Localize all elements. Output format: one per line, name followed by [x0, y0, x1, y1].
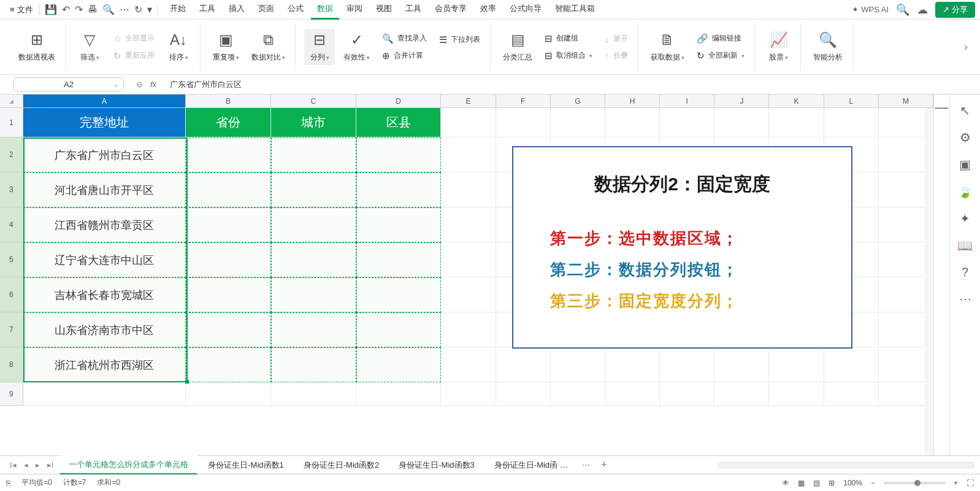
save-icon[interactable]: 💾	[45, 4, 57, 15]
tab-efficiency[interactable]: 效率	[474, 0, 502, 20]
cell-H1[interactable]	[605, 108, 660, 137]
cell-B2[interactable]	[186, 137, 271, 172]
cell-B4[interactable]	[186, 207, 271, 242]
cell-A2[interactable]: 广东省广州市白云区	[23, 137, 186, 172]
reapply-button[interactable]: ↻重新应用	[110, 48, 158, 63]
cell-I8[interactable]	[660, 347, 714, 382]
row-header-9[interactable]: 9	[0, 382, 23, 406]
cell-E4[interactable]	[441, 207, 496, 242]
col-header-G[interactable]: G	[551, 95, 605, 107]
sheet-tab-2[interactable]: 身份证生日-Mid函数2	[294, 456, 389, 474]
row-header-6[interactable]: 6	[0, 277, 23, 312]
tab-member[interactable]: 会员专享	[429, 0, 473, 20]
qat-dropdown-icon[interactable]: ▾	[147, 4, 152, 15]
cell-A8[interactable]: 浙江省杭州市西湖区	[23, 347, 186, 382]
cell-D4[interactable]	[356, 207, 442, 242]
duplicates-button[interactable]: ▣ 重复项▾	[209, 29, 243, 65]
zoom-value[interactable]: 100%	[843, 479, 862, 487]
pivot-table-button[interactable]: ⊞ 数据透视表	[15, 29, 59, 65]
stocks-button[interactable]: 📈 股票▾	[764, 29, 794, 65]
cell-J1[interactable]	[714, 108, 769, 137]
cell-C9[interactable]	[271, 382, 356, 406]
layers-icon[interactable]: ▣	[959, 157, 971, 172]
validity-button[interactable]: ✓ 有效性▾	[340, 29, 373, 65]
sheet-tab-1[interactable]: 身份证生日-Mid函数1	[199, 456, 293, 474]
tab-tools1[interactable]: 工具	[193, 0, 221, 20]
split-columns-button[interactable]: ⊟ 分列▾	[304, 29, 335, 65]
preview-icon[interactable]: 🔍	[102, 4, 115, 15]
cell-B1[interactable]: 省份	[186, 108, 271, 137]
redo-icon[interactable]: ↷	[75, 4, 83, 15]
cell-L1[interactable]	[824, 108, 879, 137]
row-header-4[interactable]: 4	[0, 207, 23, 242]
row-header-3[interactable]: 3	[0, 172, 23, 207]
tab-nav-next-icon[interactable]: ▸	[36, 460, 40, 470]
tab-insert[interactable]: 插入	[223, 0, 251, 20]
cell-J9[interactable]	[714, 382, 769, 406]
name-box[interactable]: A2 ⌄	[13, 77, 124, 91]
book-icon[interactable]: 📖	[957, 238, 973, 253]
col-header-M[interactable]: M	[879, 95, 933, 107]
cell-D1[interactable]: 区县	[356, 108, 442, 137]
qat-redo2-icon[interactable]: ↻	[134, 4, 142, 15]
cell-D3[interactable]	[356, 172, 442, 207]
cell-B7[interactable]	[186, 312, 271, 347]
row-header-1[interactable]: 1	[0, 108, 23, 137]
zoom-out-icon[interactable]: −	[871, 479, 875, 487]
cell-A5[interactable]: 辽宁省大连市中山区	[23, 242, 186, 277]
cell-F1[interactable]	[496, 108, 551, 137]
add-sheet-icon[interactable]: +	[595, 458, 614, 471]
tab-data[interactable]: 数据	[311, 0, 339, 20]
cell-F8[interactable]	[496, 347, 551, 382]
sort-button[interactable]: A↓ 排序▾	[163, 29, 194, 65]
cell-C3[interactable]	[271, 172, 356, 207]
fullscreen-icon[interactable]: ⛶	[967, 479, 974, 487]
cell-C4[interactable]	[271, 207, 356, 242]
tab-view[interactable]: 视图	[370, 0, 398, 20]
col-header-C[interactable]: C	[271, 95, 356, 107]
consolidate-button[interactable]: ⊕合并计算	[378, 48, 431, 63]
edit-links-button[interactable]: 🔗编辑链接	[693, 31, 748, 46]
tab-page[interactable]: 页面	[252, 0, 280, 20]
expand-button[interactable]: ↓展开	[601, 32, 632, 46]
share-button[interactable]: ↗ 分享	[935, 2, 975, 18]
tab-smart-toolbox[interactable]: 智能工具箱	[549, 0, 601, 20]
select-tool-icon[interactable]: ↖	[960, 103, 970, 118]
smart-analysis-button[interactable]: 🔍 智能分析	[810, 29, 846, 65]
cell-H8[interactable]	[605, 347, 660, 382]
sheet-tab-3[interactable]: 身份证生日-Mid函数3	[389, 456, 484, 474]
view-mode-eye-icon[interactable]: 👁	[782, 479, 789, 487]
subtotal-button[interactable]: ▤ 分类汇总	[499, 29, 536, 65]
data-compare-button[interactable]: ⧉ 数据对比▾	[248, 29, 289, 65]
cell-E9[interactable]	[441, 382, 496, 406]
row-header-7[interactable]: 7	[0, 312, 23, 347]
cell-F9[interactable]	[496, 382, 551, 406]
col-header-A[interactable]: A	[23, 95, 186, 107]
cell-D9[interactable]	[356, 382, 442, 406]
col-header-F[interactable]: F	[496, 95, 551, 107]
cell-K1[interactable]	[769, 108, 824, 137]
view-mode-grid-icon[interactable]: ▦	[798, 479, 805, 487]
cloud-icon[interactable]: ☁	[917, 3, 928, 17]
tab-formula[interactable]: 公式	[281, 0, 310, 20]
cell-L9[interactable]	[824, 382, 879, 406]
cell-A6[interactable]: 吉林省长春市宽城区	[23, 277, 186, 312]
file-menu[interactable]: ≡ 文件	[5, 2, 38, 18]
cell-B3[interactable]	[186, 172, 271, 207]
filter-button[interactable]: ▽ 筛选▾	[74, 29, 105, 65]
cell-B8[interactable]	[186, 347, 271, 382]
cell-A1[interactable]: 完整地址	[23, 108, 186, 137]
cell-A9[interactable]	[23, 382, 186, 406]
group-button[interactable]: ⊟创建组	[541, 31, 596, 46]
cell-A7[interactable]: 山东省济南市市中区	[23, 312, 186, 347]
cell-J8[interactable]	[714, 347, 769, 382]
col-header-D[interactable]: D	[356, 95, 442, 107]
cell-K8[interactable]	[769, 347, 824, 382]
cell-C5[interactable]	[271, 242, 356, 277]
ungroup-button[interactable]: ⊟取消组合▾	[541, 48, 596, 63]
col-header-H[interactable]: H	[605, 95, 660, 107]
tab-start[interactable]: 开始	[164, 0, 192, 20]
help-icon[interactable]: ?	[962, 265, 968, 279]
wps-ai-button[interactable]: ✦ WPS AI	[852, 5, 889, 14]
formula-input[interactable]: 广东省广州市白云区	[164, 79, 974, 90]
